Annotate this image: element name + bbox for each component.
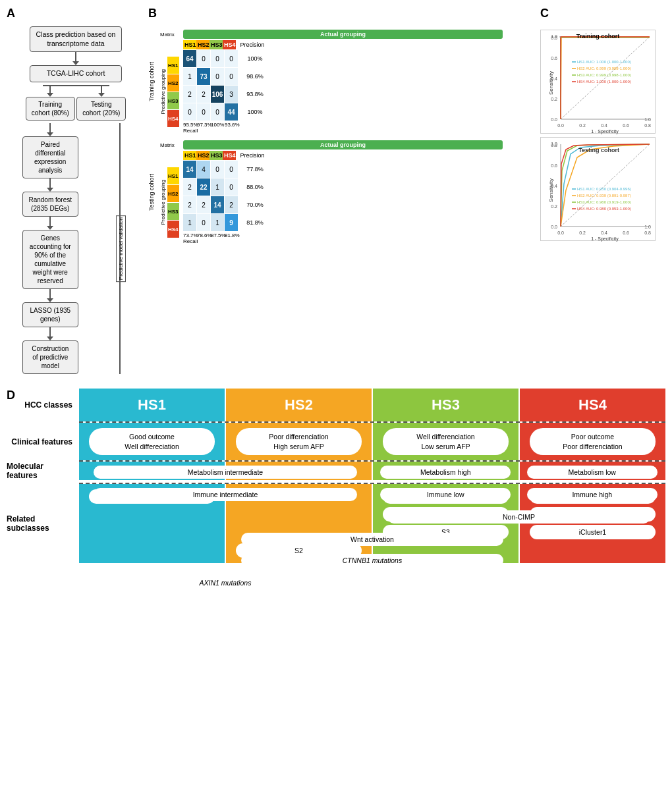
testing-cell-00: 14 bbox=[183, 161, 196, 178]
svg-text:HS4 AUC: 1.000 (1.000-1.000): HS4 AUC: 1.000 (1.000-1.000) bbox=[577, 80, 631, 84]
immune-low-pill: Immune low bbox=[380, 488, 511, 501]
testing-cell-12: 1 bbox=[211, 178, 224, 196]
training-cell-01: 0 bbox=[197, 50, 210, 67]
non-cimp-pill: Non-CIMP bbox=[387, 510, 650, 524]
axin1-pill: AXIN1 mutations bbox=[94, 576, 357, 589]
axin1-container: AXIN1 mutations bbox=[79, 576, 372, 589]
training-roc-plot: Training cohort 0.0 0.2 0.4 0.6 0.8 Sens… bbox=[540, 30, 656, 134]
training-row-hs2-label: HS2 bbox=[167, 74, 179, 92]
training-row-hs3-label: HS3 bbox=[167, 92, 179, 109]
svg-text:0.8: 0.8 bbox=[644, 230, 651, 235]
testing-recall4: 81.8% bbox=[225, 232, 238, 238]
training-cell-20: 2 bbox=[183, 86, 196, 103]
testing-actual-header: Actual grouping bbox=[183, 140, 537, 149]
training-hs-labels: HS1 HS2 HS3 HS4 bbox=[167, 57, 179, 127]
arrow-line5 bbox=[49, 289, 51, 298]
training-cell-10: 1 bbox=[183, 68, 196, 85]
testing-roc-svg: 0.0 0.2 0.4 0.6 0.8 Sensitivity 0.0 0.2 … bbox=[541, 138, 656, 242]
svg-text:HS2 AUC: 0.999 (0.998-1.000): HS2 AUC: 0.999 (0.998-1.000) bbox=[577, 67, 631, 70]
testing-cell-22: 14 bbox=[211, 196, 224, 213]
immune-high-container: Immune high bbox=[520, 488, 665, 501]
testing-row-hs2-label: HS2 bbox=[167, 185, 179, 202]
testing-col-hs2: HS2 bbox=[196, 151, 210, 160]
clinical-cols: Good outcomeWell differeciation Poor dif… bbox=[79, 423, 665, 460]
testing-header: Matrix Actual grouping bbox=[160, 140, 537, 149]
testing-cell-33: 9 bbox=[225, 214, 238, 231]
testing-col-hs3: HS3 bbox=[210, 151, 223, 160]
right-validation: Predictive model validation bbox=[76, 123, 127, 374]
training-recall-label-row: Recall bbox=[183, 128, 537, 134]
clinical-hs3: Well differenciationLow serum AFP bbox=[373, 423, 518, 460]
left-branch: Training cohort (80%) bbox=[25, 85, 76, 121]
hs2-label: HS2 bbox=[285, 396, 313, 414]
testing-pred-label-col: Predictive grouping HS1 HS2 HS3 HS4 bbox=[160, 161, 183, 244]
branch: Training cohort (80%) Testing cohort (20… bbox=[25, 85, 127, 121]
arrow-line2 bbox=[49, 123, 51, 132]
validation-label-container: Predictive model validation bbox=[116, 130, 126, 367]
svg-text:HS4 AUC: 0.980 (0.953-1.000): HS4 AUC: 0.980 (0.953-1.000) bbox=[577, 207, 631, 211]
flow-step5: Genes accounting for 90% of the cumulati… bbox=[22, 230, 78, 289]
testing-matrix-section: Testing cohort Matrix Actual grouping bbox=[148, 140, 537, 244]
training-header: Matrix Actual grouping bbox=[160, 30, 537, 39]
training-matrix-section: Training cohort Matrix Actual grouping bbox=[148, 30, 537, 134]
arrow-line6 bbox=[49, 327, 51, 337]
svg-text:0.2: 0.2 bbox=[551, 204, 557, 209]
svg-text:0.6: 0.6 bbox=[623, 230, 629, 235]
svg-text:HS1 AUC: 0.950 (0.904-0.996): HS1 AUC: 0.950 (0.904-0.996) bbox=[577, 187, 631, 191]
training-cell-33: 44 bbox=[225, 103, 238, 121]
hs4-class-cell: HS4 bbox=[520, 389, 665, 421]
svg-text:HS3 AUC: 0.999 (0.998-1.000): HS3 AUC: 0.999 (0.998-1.000) bbox=[577, 73, 631, 77]
testing-row-hs3-label: HS3 bbox=[167, 203, 179, 220]
testing-prec4: 81.8% bbox=[238, 214, 271, 231]
training-recall3: 100% bbox=[211, 122, 224, 128]
training-cell-31: 0 bbox=[197, 103, 210, 121]
arrow6 bbox=[47, 327, 53, 340]
flow-step4: Random forest (2835 DEGs) bbox=[22, 192, 78, 217]
testing-row4: 1 0 1 9 81.8% bbox=[183, 214, 537, 231]
svg-text:0.8: 0.8 bbox=[644, 123, 651, 128]
svg-text:0.2: 0.2 bbox=[551, 97, 557, 101]
main-container: A Class prediction based on transcriptom… bbox=[0, 0, 672, 570]
training-prec1: 100% bbox=[238, 50, 271, 67]
training-recall4: 93.6% bbox=[225, 122, 238, 128]
testing-matrix-inner: Matrix Actual grouping HS1 HS2 HS3 bbox=[160, 140, 537, 244]
training-recall-label: Recall bbox=[183, 128, 198, 134]
arrow-line4 bbox=[49, 217, 51, 226]
training-col-hs2: HS2 bbox=[196, 40, 210, 49]
immune-intermediate-container: Immune intermediate bbox=[79, 488, 372, 501]
training-prec2: 98.6% bbox=[238, 68, 271, 85]
left-cont-inner: Paired differential expression analysis … bbox=[25, 123, 76, 374]
testing-prec1: 77.8% bbox=[238, 161, 271, 178]
training-pred-label-col: Predictive grouping HS1 HS2 HS3 HS4 bbox=[160, 50, 183, 134]
molecular-features-row: Molecular features bbox=[7, 462, 665, 480]
branch-right: Testing cohort (20%) bbox=[76, 97, 126, 121]
testing-cell-03: 0 bbox=[225, 161, 238, 178]
flow-step3: Paired differential expression analysis bbox=[22, 136, 78, 178]
clinical-features-row: Clinical features Good outcomeWell diffe… bbox=[7, 423, 665, 460]
svg-text:Sensitivity: Sensitivity bbox=[548, 71, 554, 95]
svg-text:0.6: 0.6 bbox=[551, 56, 557, 61]
clinical-hs3-pill: Well differenciationLow serum AFP bbox=[383, 428, 509, 455]
svg-text:1.0: 1.0 bbox=[644, 225, 651, 229]
testing-ylabel-container: Testing cohort bbox=[148, 140, 159, 244]
testing-recall-label: Recall bbox=[183, 238, 537, 244]
svg-text:Testing cohort: Testing cohort bbox=[578, 147, 619, 153]
panel-a-label: A bbox=[7, 7, 15, 20]
testing-subheader: HS1 HS2 HS3 HS4 Precision bbox=[160, 151, 537, 160]
subclass-hs4-icluster1: iCluster1 bbox=[530, 525, 656, 539]
testing-cell-02: 0 bbox=[211, 161, 224, 178]
training-cell-00: 64 bbox=[183, 50, 196, 67]
panel-a: A Class prediction based on transcriptom… bbox=[7, 7, 145, 374]
panel-d-label: D bbox=[7, 389, 15, 402]
training-cell-11: 73 bbox=[197, 68, 210, 85]
arrow-line1 bbox=[75, 52, 76, 61]
svg-text:HS3 AUC: 0.960 (0.919-1.000): HS3 AUC: 0.960 (0.919-1.000) bbox=[577, 200, 631, 204]
training-cell-32: 0 bbox=[211, 103, 224, 121]
training-row4: 0 0 0 44 100% bbox=[183, 103, 537, 121]
training-matrix-corner: Matrix bbox=[160, 32, 183, 38]
testing-cohort-label: Testing cohort bbox=[148, 174, 155, 211]
arrow1 bbox=[72, 52, 79, 65]
training-rowlabel-space bbox=[160, 40, 183, 49]
branch-hline bbox=[43, 85, 109, 86]
arrow2 bbox=[47, 123, 53, 136]
